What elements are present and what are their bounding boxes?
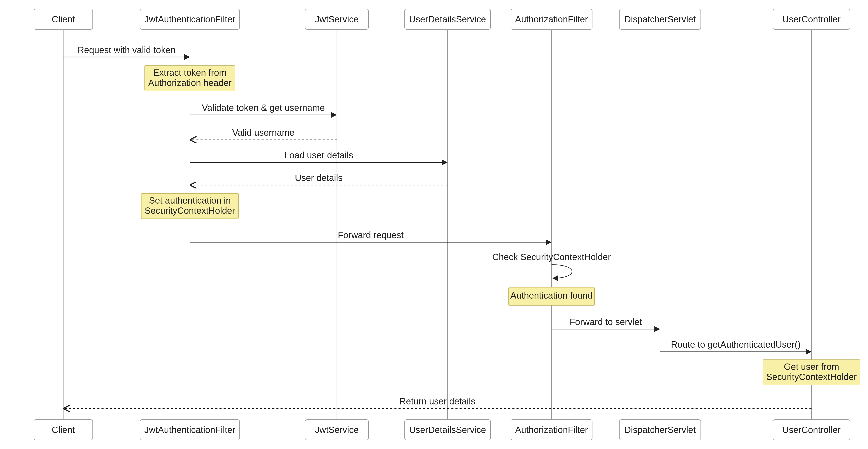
actor-label: JwtAuthenticationFilter: [145, 425, 235, 435]
actor-authfilter-top: AuthorizationFilter: [511, 9, 592, 29]
actor-jwtservice-top: JwtService: [305, 9, 368, 29]
actor-controller-bottom: UserController: [773, 420, 850, 440]
msg-forward-servlet: Forward to servlet: [569, 317, 642, 327]
actor-label: JwtAuthenticationFilter: [145, 14, 235, 24]
msg-user-details: User details: [295, 173, 342, 183]
msg-route-getuser: Route to getAuthenticatedUser(): [671, 339, 801, 350]
note-get-user-ctx: Get user from SecurityContextHolder: [763, 360, 860, 385]
actor-label: UserDetailsService: [409, 14, 486, 24]
actor-userdetails-bottom: UserDetailsService: [405, 420, 491, 440]
actor-label: UserController: [782, 14, 841, 24]
svg-text:Authorization header: Authorization header: [148, 78, 231, 88]
actor-dispatcher-bottom: DispatcherServlet: [619, 420, 701, 440]
msg-load-user: Load user details: [284, 150, 353, 160]
arrow-self-check-ctx: [552, 265, 572, 278]
note-extract-token: Extract token from Authorization header: [145, 66, 235, 91]
svg-text:Get user from: Get user from: [784, 362, 839, 372]
actor-dispatcher-top: DispatcherServlet: [619, 9, 701, 29]
actor-label: JwtService: [315, 14, 359, 24]
actor-controller-top: UserController: [773, 9, 850, 29]
msg-validate-token: Validate token & get username: [202, 103, 325, 113]
actor-userdetails-top: UserDetailsService: [405, 9, 491, 29]
actor-label: UserController: [782, 425, 841, 435]
actor-jwtservice-bottom: JwtService: [305, 420, 368, 440]
note-auth-found: Authentication found: [508, 287, 594, 305]
sequence-diagram: Client JwtAuthenticationFilter JwtServic…: [0, 0, 868, 449]
actor-authfilter-bottom: AuthorizationFilter: [511, 420, 592, 440]
actor-label: JwtService: [315, 425, 359, 435]
actor-client-bottom: Client: [34, 420, 93, 440]
msg-return-user: Return user details: [399, 396, 475, 406]
svg-text:Authentication found: Authentication found: [510, 291, 593, 300]
svg-text:Extract token from: Extract token from: [153, 68, 227, 78]
actor-label: UserDetailsService: [409, 425, 486, 435]
svg-text:Set authentication in: Set authentication in: [149, 196, 231, 205]
actor-jwtfilter-top: JwtAuthenticationFilter: [140, 9, 240, 29]
svg-text:SecurityContextHolder: SecurityContextHolder: [145, 206, 235, 215]
svg-text:SecurityContextHolder: SecurityContextHolder: [766, 372, 857, 382]
actor-client-top: Client: [34, 9, 93, 29]
actor-label: Client: [52, 14, 75, 24]
actor-label: AuthorizationFilter: [515, 14, 588, 24]
msg-forward-request: Forward request: [338, 230, 403, 240]
actor-label: Client: [52, 425, 75, 435]
actor-label: DispatcherServlet: [624, 14, 696, 24]
msg-check-ctx: Check SecurityContextHolder: [492, 252, 611, 262]
msg-request-token: Request with valid token: [78, 45, 176, 55]
note-set-auth: Set authentication in SecurityContextHol…: [141, 193, 239, 219]
actor-jwtfilter-bottom: JwtAuthenticationFilter: [140, 420, 240, 440]
actor-label: AuthorizationFilter: [515, 425, 588, 435]
actor-label: DispatcherServlet: [624, 425, 696, 435]
msg-valid-username: Valid username: [232, 127, 294, 138]
